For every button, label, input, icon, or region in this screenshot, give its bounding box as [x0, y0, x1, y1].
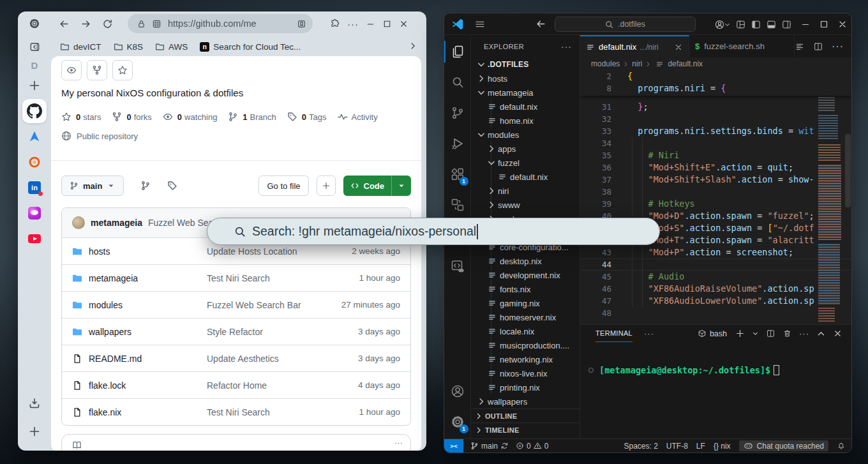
tab-fuzzel-search-sh[interactable]: $ fuzzel-search.sh [689, 35, 795, 57]
close-tab-icon[interactable] [674, 43, 683, 52]
code-line-36[interactable]: 36 "Mod+Shift+E".action = quit; [580, 161, 851, 174]
stat-forks[interactable]: 0forks [112, 112, 151, 122]
activity-accounts[interactable] [444, 376, 471, 407]
command-center[interactable]: .dotfiles [555, 17, 696, 32]
go-to-file-button[interactable]: Go to file [258, 176, 308, 196]
code-line-47[interactable]: 47 "XF86AudioLowerVolume".action.sp [580, 295, 851, 307]
kill-terminal-icon[interactable] [782, 329, 792, 338]
minimap[interactable] [817, 73, 842, 323]
tree-item-musicproduction-[interactable]: musicproduction.... [471, 338, 580, 352]
code-line-8[interactable]: 8 programs.niri = { [580, 82, 851, 94]
stat-stars[interactable]: 0stars [61, 112, 101, 122]
browser-settings-button[interactable] [18, 11, 51, 36]
tree-item-printing-nix[interactable]: printing.nix [471, 380, 580, 394]
code-line-33[interactable]: 33 programs.niri.settings.binds = wit [580, 125, 851, 137]
explorer-actions-button[interactable]: ··· [561, 41, 572, 52]
activity-search[interactable] [444, 67, 471, 98]
tree-item-home-nix[interactable]: home.nix [471, 114, 580, 128]
bookmarks-overflow-button[interactable] [408, 41, 417, 52]
code-line-39[interactable]: 39 # Hotkeys [580, 198, 851, 210]
toggle-sidebar-icon[interactable] [751, 19, 761, 30]
close-panel-icon[interactable] [833, 329, 842, 338]
sidebar-toggle-button[interactable] [18, 36, 51, 57]
watch-button[interactable] [61, 60, 82, 80]
activity-remote-explorer[interactable] [444, 190, 471, 220]
file-row-modules[interactable]: modulesFuzzel Web Search Bar27 minutes a… [62, 291, 410, 318]
extensions-icon[interactable] [329, 19, 340, 29]
breadcrumb-file[interactable]: default.nix [668, 59, 703, 68]
scrollbar[interactable] [845, 134, 851, 207]
tree-item-homeserver-nix[interactable]: homeserver.nix [471, 310, 580, 324]
panel-more-button[interactable]: ··· [644, 329, 654, 338]
activity-explorer[interactable] [444, 36, 471, 67]
tree-item-fuzzel[interactable]: fuzzel [471, 156, 580, 170]
panel-views-button[interactable]: ··· [799, 329, 809, 338]
star-button[interactable] [112, 60, 133, 80]
notifications-bell-icon[interactable] [837, 442, 846, 451]
stat-activity[interactable]: Activity [338, 112, 378, 122]
toggle-panel-icon[interactable] [766, 19, 777, 30]
tree-item-modules[interactable]: modules [471, 128, 580, 142]
dock-workspace-d[interactable]: D [31, 57, 38, 73]
dock-tab-arrow-app[interactable] [22, 124, 47, 149]
code-line-46[interactable]: 46 "XF86AudioRaiseVolume".action.sp [580, 283, 851, 295]
close-icon[interactable] [837, 19, 848, 29]
split-terminal-icon[interactable] [766, 329, 775, 338]
tree-item-gaming-nix[interactable]: gaming.nix [471, 296, 580, 310]
bookmark-devict[interactable]: devICT [60, 42, 101, 52]
code-editor[interactable]: 2{8 programs.niri = { 31 };3233 programs… [580, 70, 851, 324]
problems-status[interactable]: 0 0 [516, 442, 548, 451]
tree-item-locale-nix[interactable]: locale.nix [471, 324, 580, 338]
address-bar[interactable]: https://github.com/me [128, 14, 313, 33]
dock-tab-github[interactable] [22, 99, 47, 123]
tree-item-niri[interactable]: niri [471, 184, 580, 198]
remote-indicator[interactable]: >< [444, 439, 463, 453]
file-row-wallpapers[interactable]: wallpapersStyle Refactor3 days ago [62, 318, 410, 345]
tree-item-fonts-nix[interactable]: fonts.nix [471, 282, 580, 296]
add-file-button[interactable] [317, 176, 336, 196]
forward-button[interactable] [77, 15, 94, 33]
timeline-section[interactable]: TIMELINE [471, 423, 580, 437]
tree-root-dotfiles[interactable]: .DOTFILES [471, 57, 580, 71]
tree-item-default-nix[interactable]: default.nix [471, 100, 580, 114]
activity-cloud-extension[interactable] [444, 251, 471, 281]
stat-watching[interactable]: 0watching [163, 112, 218, 122]
close-icon[interactable] [399, 19, 408, 29]
outline-toggle-icon[interactable] [795, 41, 805, 52]
customize-layout-icon[interactable] [735, 19, 746, 30]
code-line-45[interactable]: 45 # Audio [580, 271, 851, 283]
command-decoration-icon[interactable] [588, 368, 594, 373]
toggle-secondary-sidebar-icon[interactable] [781, 19, 792, 30]
bookmark-k8s[interactable]: K8S [114, 42, 144, 52]
breadcrumb-modules[interactable]: modules [591, 59, 620, 68]
code-line-44[interactable]: 44 [580, 258, 851, 271]
maximize-panel-icon[interactable] [816, 329, 826, 338]
tree-item-default-nix[interactable]: default.nix [471, 170, 580, 184]
activity-run-and-debug[interactable] [444, 128, 471, 159]
eol-status[interactable]: LF [696, 442, 705, 451]
maximize-icon[interactable] [819, 19, 829, 29]
activity-extensions[interactable]: 1 [444, 159, 471, 190]
dock-tab-linkedin[interactable]: in [22, 175, 47, 200]
activity-source-control[interactable] [444, 98, 471, 128]
code-line-43[interactable]: 43 "Mod+P".action = screenshot; [580, 246, 851, 258]
account-button[interactable] [714, 19, 731, 30]
file-row-flake-nix[interactable]: flake.nixTest Niri Search1 hour ago [62, 398, 410, 425]
dock-tab-chat-app[interactable] [22, 200, 47, 226]
stat-tags[interactable]: 0Tags [287, 112, 327, 122]
tree-item-networking-nix[interactable]: networking.nix [471, 352, 580, 366]
tags-link-icon[interactable] [167, 181, 177, 191]
minimize-icon[interactable] [800, 19, 811, 29]
more-menu-button[interactable]: ··· [347, 19, 359, 29]
code-line-38[interactable]: 38 [580, 186, 851, 198]
file-row-metamageia[interactable]: metamageiaTest Niri Search1 hour ago [62, 264, 410, 291]
tree-item-nixos-live-nix[interactable]: nixos-live.nix [471, 366, 580, 380]
code-line-37[interactable]: 37 "Mod+Shift+Slash".action = show- [580, 174, 851, 186]
indentation-status[interactable]: Spaces: 2 [624, 442, 657, 451]
tree-item-desktop-nix[interactable]: desktop.nix [471, 254, 580, 268]
terminal-dropdown-icon[interactable] [752, 330, 759, 337]
breadcrumb-niri[interactable]: niri [632, 59, 642, 68]
editor-more-button[interactable]: ··· [832, 41, 844, 52]
outline-section[interactable]: OUTLINE [471, 408, 580, 423]
hamburger-menu-icon[interactable] [474, 19, 486, 30]
